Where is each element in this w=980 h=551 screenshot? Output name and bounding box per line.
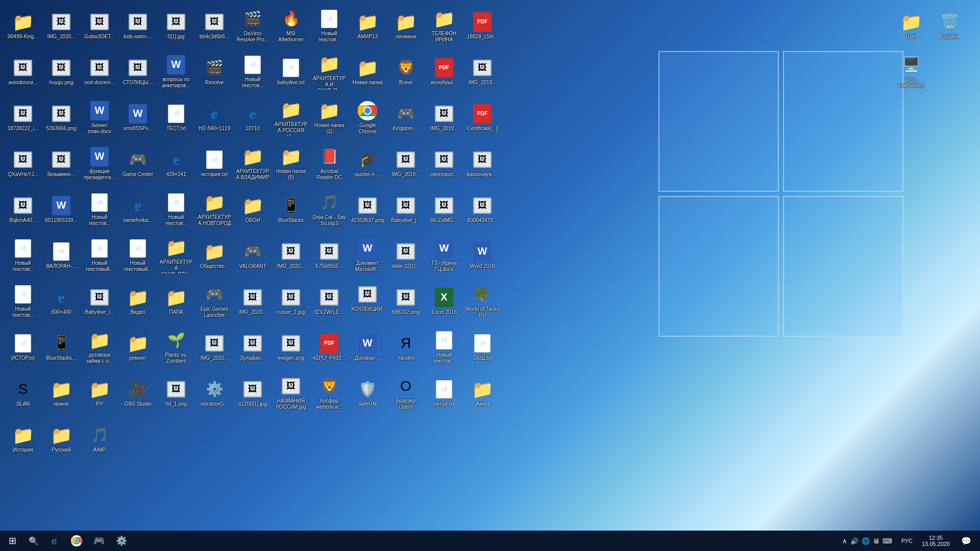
desktop-icon-kassovaya[interactable]: 🖼 kassovaya-... <box>464 143 500 184</box>
desktop-icon-russie-2[interactable]: 🖼 russie_2.jpg <box>273 281 309 321</box>
desktop-icon-10710[interactable]: e 10710 <box>235 97 271 138</box>
desktop-icon-obschee[interactable]: 📁 Общество... <box>197 235 232 276</box>
desktop-icon-novyi-text-7[interactable]: 📄 Новый текстовый... <box>120 235 156 276</box>
desktop-icon-novyi-text-3[interactable]: 📄 Новый текстов... <box>82 189 117 230</box>
taskbar-clock[interactable]: 12:35 13.05.2020 <box>917 531 955 551</box>
desktop-icon-remont[interactable]: 📁 ремонт <box>120 327 156 367</box>
desktop-icon-game-center[interactable]: 🎮 Game Center <box>120 143 156 184</box>
tray-network[interactable]: 🌐 <box>861 536 871 546</box>
desktop-icon-yandex[interactable]: Я Yandex <box>388 327 424 367</box>
start-button[interactable]: ⊞ <box>0 531 24 551</box>
desktop-icon-video[interactable]: 📁 Видео <box>120 281 156 321</box>
desktop-icon-arhitektura-vladimir[interactable]: 📁 АРХИТЕКТУРА ВЛАДИМИР <box>235 143 271 184</box>
taskbar-ie[interactable]: e <box>43 531 65 551</box>
desktop-icon-babydive-txt[interactable]: 📄 babydive.txt <box>273 51 309 92</box>
desktop-icon-novyi-text-9[interactable]: 📄 Новый текстов... <box>426 327 462 367</box>
desktop-icon-img-2019-1[interactable]: 🖼 IMG_2019... <box>464 51 500 92</box>
desktop-icon-6011955339[interactable]: W 6011955339... <box>43 189 79 230</box>
desktop-icon-istoriya-folder[interactable]: 📁 История <box>5 418 41 459</box>
desktop-icon-excel-2016[interactable]: X Excel 2016 <box>426 281 462 321</box>
desktop-icon-img-2020-1[interactable]: 🖼 IMG_2020... <box>43 5 79 46</box>
desktop-icon-5363666-png[interactable]: 🖼 5363666.png <box>43 97 79 138</box>
desktop-icon-oboi[interactable]: 📁 ОБОИ <box>235 189 271 230</box>
desktop-icon-fzvzwrle[interactable]: 🖼 fZVZWrLE... <box>311 281 347 321</box>
desktop-icon-gubw3oet[interactable]: 🖼 Gubw3OET... <box>82 5 117 46</box>
desktop-icon-acrobat-dc[interactable]: 📕 Acrobat Reader DC <box>311 143 347 184</box>
desktop-icon-obs-studio[interactable]: 🎥 OBS Studio <box>120 372 156 413</box>
desktop-icon-xmx8sspv[interactable]: W xmx8SSPv... <box>120 97 156 138</box>
desktop-icon-nazvaniya-rossii[interactable]: 🖼 НАЗВАНИЯ РОССИИ.jpg <box>273 372 309 413</box>
desktop-icon-bluestacks-2[interactable]: 📱 BlueStacks... <box>43 327 79 367</box>
desktop-icon-istoriya-txt[interactable]: 📄 история.txt <box>197 143 232 184</box>
desktop-icon-dogovor-zaim[interactable]: 📁 договора займа с о... <box>82 327 117 367</box>
desktop-icon-telefon-irina[interactable]: 📁 ТЕЛЕФОН ИРИНА <box>426 5 462 46</box>
taskbar-language[interactable]: РУС <box>897 538 917 544</box>
desktop-icon-certificate[interactable]: PDF Certificate[...] <box>464 97 500 138</box>
desktop-icon-kollektsii[interactable]: 🖼 КОЛЛЕКЦИИ... <box>350 281 385 321</box>
desktop-icon-enkgen-png[interactable]: 🖼 енкgen.png <box>273 327 309 367</box>
desktop-icon-bb4c3d6b5[interactable]: 🖼 bb4c3d6b5... <box>197 5 232 46</box>
desktop-icon-prn[interactable]: 🖼 прнпорол... <box>426 143 462 184</box>
desktop-icon-novyi-text-8[interactable]: 📄 Новый текстов... <box>5 281 41 321</box>
desktop-icon-litra-txt[interactable]: 📄 литра.txt <box>426 372 462 413</box>
desktop-icon-word-2016[interactable]: W Word 2016 <box>464 235 500 276</box>
desktop-icon-zulfan[interactable]: 🖼 Зульфан... <box>235 327 271 367</box>
desktop-icon-bqbma440[interactable]: 🖼 BqbmA40... <box>5 189 41 230</box>
tray-keyboard[interactable]: ⌨ <box>881 536 893 546</box>
desktop-icon-user[interactable]: 📁 User <box>893 5 929 46</box>
desktop-icon-amir-folder[interactable]: 📁 Амир <box>464 372 500 413</box>
desktop-icon-hd-840[interactable]: e HD 840×1119 <box>197 97 232 138</box>
desktop-icon-arhitektura-novgorod[interactable]: 📁 АРХИТЕКТУРА НОВГОРОД <box>197 189 232 230</box>
desktop-icon-plants-zombies[interactable]: 🌱 Plants vs. Zombies <box>158 327 194 367</box>
desktop-icon-istor-txt[interactable]: 📄 ИСТОР.txt <box>5 327 41 367</box>
desktop-icon-liliana[interactable]: 📁 лилиана <box>388 5 424 46</box>
desktop-icon-06-zstmg[interactable]: 🖼 06-ZstMG... <box>426 189 462 230</box>
desktop-icon-hd-1-png[interactable]: 🖼 hd_1.png <box>158 372 194 413</box>
desktop-icon-valorant-txt[interactable]: 📄 ВАЛОРАН-... <box>43 235 79 276</box>
desktop-icon-slan[interactable]: S SLAN <box>5 372 41 413</box>
desktop-icon-18738222[interactable]: 🖼 18738222_i... <box>5 97 41 138</box>
tray-display[interactable]: 🖥 <box>872 536 880 546</box>
desktop-icon-img-2020-4[interactable]: 🖼 IMG_2020... <box>197 327 232 367</box>
desktop-icon-papa[interactable]: 📁 ПАПА <box>158 281 194 321</box>
desktop-icon-biznes-plan[interactable]: W бизнес план.docx <box>82 97 117 138</box>
taskbar-steam[interactable]: 🎮 <box>88 531 110 551</box>
desktop-icon-avtodorog[interactable]: 🖼 avtodoroги... <box>5 51 41 92</box>
desktop-icon-funktsii-prez[interactable]: W функции президента... <box>82 143 117 184</box>
desktop-icon-img-2020-2[interactable]: 🖼 IMG_2020... <box>273 235 309 276</box>
desktop-icon-google-chrome[interactable]: Google Chrome <box>350 97 385 138</box>
desktop-icon-novyi-text-1[interactable]: 📄 Новый текстов... <box>311 5 347 46</box>
desktop-icon-novyi-text-6[interactable]: 📄 Новый текстовый... <box>82 235 117 276</box>
desktop-icon-novyi-text-4[interactable]: 📄 Новый текстов... <box>158 189 194 230</box>
desktop-icon-dogovor-rossiya[interactable]: W Договор-... <box>350 327 385 367</box>
desktop-icon-img-2019-3[interactable]: 🖼 IMG_2019... <box>388 143 424 184</box>
desktop-icon-qxavheyv[interactable]: 🖼 QXaVHeYJ... <box>5 143 41 184</box>
desktop-icon-bossfor[interactable]: 🦁 босфор мебель.w... <box>311 372 347 413</box>
desktop-icon-686102-png[interactable]: 🖼 686102.png <box>388 281 424 321</box>
desktop-icon-etot-komputer[interactable]: 🖥️ Этот компьютер <box>893 51 929 92</box>
desktop-icon-t3-irina[interactable]: W Т3 - Ирина ГЦ.docx <box>426 235 462 276</box>
desktop-icon-kingdom[interactable]: 🎮 Kingdom-... <box>388 97 424 138</box>
desktop-icon-msi-afterburner[interactable]: 🔥 MSI Afterburner <box>273 5 309 46</box>
desktop-icon-arhitektura-skulpt2[interactable]: 📁 АРХИТЕКТУРА СКУЛЬПТУ... <box>158 235 194 276</box>
desktop-icon-safeUM[interactable]: 🛡️ SafeUM <box>350 372 385 413</box>
desktop-icon-img-2020-3[interactable]: 🖼 IMG_2020... <box>235 281 271 321</box>
taskbar-settings[interactable]: ⚙️ <box>110 531 133 551</box>
desktop-icon-obshch-txt[interactable]: 📄 ОБЩ.txt <box>464 327 500 367</box>
desktop-icon-irina[interactable]: 📁 ирина <box>43 372 79 413</box>
desktop-icon-quizlet-4[interactable]: 🎓 quizlet-4-... <box>350 143 385 184</box>
desktop-icon-voprosy-po[interactable]: W вопросы по анкетиров... <box>158 51 194 92</box>
desktop-icon-ru[interactable]: 📁 РУ <box>82 372 117 413</box>
desktop-icon-volobuye[interactable]: PDF волобуье... <box>426 51 462 92</box>
desktop-icon-valorant[interactable]: 🎮 VALORANT <box>235 235 271 276</box>
desktop-icon-bluestacks[interactable]: 📱 BlueStacks <box>273 189 309 230</box>
desktop-icon-img-2019-2[interactable]: 🖼 IMG_2019... <box>426 97 462 138</box>
desktop-icon-4zplf-p433[interactable]: PDF 4ZPLf_P433... <box>311 327 347 367</box>
desktop-icon-huygu-png[interactable]: 🖼 huygu.png <box>43 51 79 92</box>
desktop-icon-novaya-papka[interactable]: 📁 Новая папка <box>350 51 385 92</box>
desktop-icon-novaya-papka-2[interactable]: 📁 Новая папка (2) <box>311 97 347 138</box>
desktop-icon-brave[interactable]: 🦁 Brave <box>388 51 424 92</box>
desktop-icon-18828-c1fe[interactable]: PDF 18828_c1fe... <box>464 5 500 46</box>
desktop-icon-aimp[interactable]: 🎵 AIMP <box>82 418 117 459</box>
desktop-icon-russkiy[interactable]: 📁 Русский <box>43 418 79 459</box>
